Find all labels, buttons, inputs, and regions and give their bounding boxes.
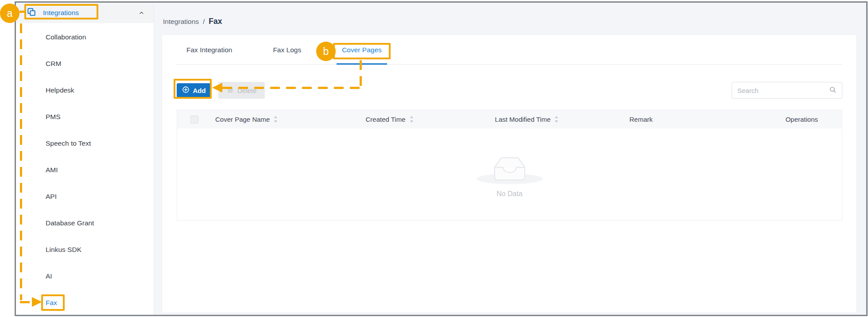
sidebar-item-speech-to-text[interactable]: Speech to Text: [16, 130, 154, 157]
toolbar: Add Delete: [177, 82, 842, 99]
plus-circle-icon: [182, 86, 190, 95]
sidebar-item-fax[interactable]: Fax: [16, 290, 154, 316]
sidebar: Integrations Collaboration CRM Helpdesk …: [16, 3, 154, 315]
search-box: [732, 82, 842, 99]
sidebar-item-linkus-sdk[interactable]: Linkus SDK: [16, 236, 154, 263]
tab-fax-logs[interactable]: Fax Logs: [267, 35, 306, 65]
empty-state: No Data: [177, 128, 842, 220]
sort-carets-icon: [409, 116, 414, 123]
table-header-cover-page-name[interactable]: Cover Page Name: [212, 116, 310, 123]
breadcrumb-separator: /: [203, 18, 205, 26]
add-button-label: Add: [193, 87, 205, 94]
table-header-row: Cover Page Name Created Time: [177, 110, 842, 128]
sidebar-item-crm[interactable]: CRM: [16, 50, 154, 77]
screenshot-stage: Integrations Collaboration CRM Helpdesk …: [0, 0, 868, 317]
sidebar-item-pms[interactable]: PMS: [16, 104, 154, 130]
sidebar-item-helpdesk[interactable]: Helpdesk: [16, 77, 154, 104]
empty-inbox-icon: [477, 151, 543, 184]
sort-carets-icon: [554, 116, 559, 123]
magnifier-icon: [829, 86, 837, 95]
app-window: Integrations Collaboration CRM Helpdesk …: [15, 1, 868, 316]
select-all-checkbox[interactable]: [190, 116, 198, 124]
cover-pages-table: Cover Page Name Created Time: [177, 110, 842, 220]
sidebar-item-collaboration[interactable]: Collaboration: [16, 24, 154, 50]
content-card: Fax Integration Fax Logs Cover Pages Add: [162, 35, 857, 313]
sort-carets-icon: [273, 116, 278, 123]
main-area: Integrations / Fax Fax Integration Fax L…: [154, 3, 866, 315]
breadcrumb: Integrations / Fax: [163, 17, 222, 26]
tab-cover-pages[interactable]: Cover Pages: [337, 35, 387, 65]
page-title: Fax: [209, 17, 222, 26]
tab-bar: Fax Integration Fax Logs Cover Pages: [177, 35, 842, 65]
delete-button[interactable]: Delete: [218, 82, 265, 99]
table-body: No Data: [177, 128, 842, 220]
sidebar-items: Collaboration CRM Helpdesk PMS Speech to…: [16, 24, 154, 316]
delete-button-label: Delete: [237, 87, 256, 94]
trash-icon: [227, 86, 234, 95]
integrations-icon: [27, 7, 36, 19]
sidebar-item-ami[interactable]: AMI: [16, 157, 154, 183]
table-header-remark: Remark: [585, 116, 698, 123]
add-button[interactable]: Add: [177, 83, 211, 97]
sidebar-item-ai[interactable]: AI: [16, 263, 154, 290]
table-header-checkbox-cell: [177, 116, 212, 124]
sidebar-group-label: Integrations: [43, 9, 79, 17]
chevron-up-icon[interactable]: [138, 10, 145, 18]
tab-fax-integration[interactable]: Fax Integration: [181, 35, 237, 65]
sidebar-item-database-grant[interactable]: Database Grant: [16, 210, 154, 236]
table-header-created-time[interactable]: Created Time: [310, 116, 469, 123]
empty-state-text: No Data: [496, 190, 523, 198]
search-input[interactable]: [737, 87, 829, 94]
sidebar-item-api[interactable]: API: [16, 183, 154, 210]
table-header-last-modified-time[interactable]: Last Modified Time: [469, 116, 585, 123]
table-header-operations: Operations: [698, 116, 842, 123]
breadcrumb-parent[interactable]: Integrations: [163, 18, 199, 26]
sidebar-group-integrations[interactable]: Integrations: [16, 3, 154, 23]
